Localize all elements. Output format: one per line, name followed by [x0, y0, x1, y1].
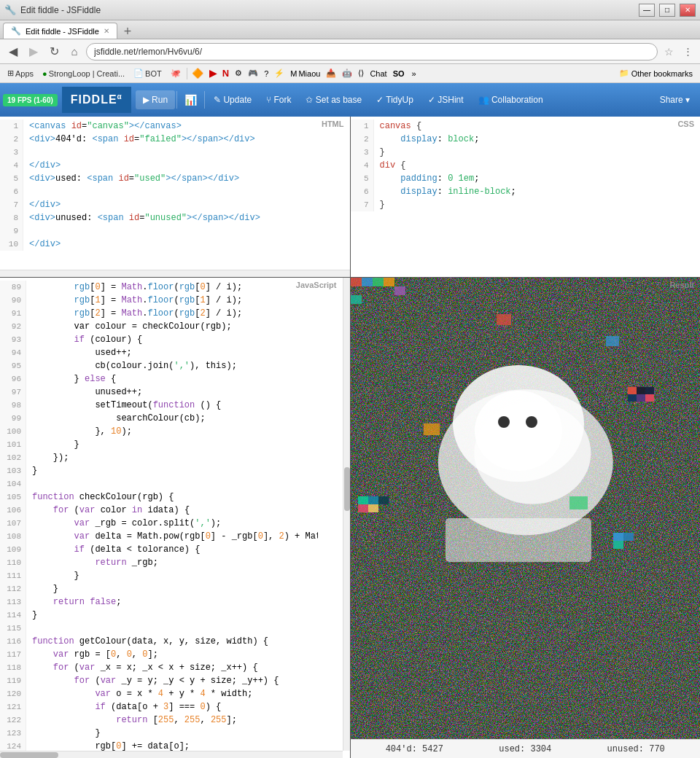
bookmarks-more[interactable]: »	[409, 68, 419, 79]
code-line: 117 var rgb = [0, 0, 0];	[0, 648, 350, 661]
line-code: }	[374, 146, 385, 159]
code-line: 90 rgb[1] = Math.floor(rgb[1] / i);	[0, 294, 350, 307]
line-num: 7	[351, 198, 374, 211]
bookmark-game[interactable]: 🎮	[245, 67, 261, 79]
chart-icon-button[interactable]: 📊	[179, 90, 203, 110]
line-num: 7	[0, 198, 23, 211]
browser-menu-icon[interactable]: ⋮	[680, 44, 696, 60]
js-hscroll-track[interactable]	[0, 751, 343, 758]
code-line: 122 return [255, 255, 255];	[0, 714, 350, 727]
bookmark-so[interactable]: SO	[390, 68, 408, 79]
code-line: 10 </div>	[0, 238, 350, 251]
code-line: 94 used++;	[0, 346, 350, 359]
code-line: 105function checkColour(rgb) {	[0, 491, 350, 504]
tab-bar: 🔧 Edit fiddle - JSFiddle ✕ +	[0, 20, 700, 39]
svg-point-16	[475, 391, 562, 471]
collaboration-button[interactable]: 👥 Collaboration	[471, 90, 551, 109]
svg-rect-24	[645, 387, 654, 394]
bookmark-orange[interactable]: 🔶	[189, 66, 206, 80]
minimize-button[interactable]: —	[639, 4, 655, 17]
home-button[interactable]: ⌂	[66, 43, 83, 60]
jshint-button[interactable]: ✓ JSHint	[421, 90, 471, 109]
code-line: 101 }	[0, 438, 350, 451]
apps-icon: ⊞	[7, 69, 14, 78]
strongloop-icon: ●	[42, 69, 47, 78]
back-button[interactable]: ◀	[4, 43, 22, 60]
code-line: 2 display: block;	[351, 133, 701, 146]
bookmark-netflix[interactable]: N	[219, 66, 232, 80]
bookmark-lightning[interactable]: ⚡	[271, 67, 287, 79]
update-button[interactable]: ✎ Update	[206, 90, 259, 109]
bookmark-github[interactable]: 🐙	[166, 67, 185, 79]
fiddle-logo: FIDDLEα	[62, 87, 131, 112]
tab-close-icon[interactable]: ✕	[104, 27, 109, 35]
bookmark-miaou[interactable]: MMiaou	[287, 68, 323, 79]
browser-window: 🔧 Edit fiddle - JSFiddle — □ ✕ 🔧 Edit fi…	[0, 0, 700, 758]
reload-button[interactable]: ↻	[45, 43, 63, 60]
code-line: 115	[0, 622, 350, 635]
js-hscroll-thumb[interactable]	[0, 752, 58, 758]
toolbar-divider-2	[204, 91, 205, 109]
js-code-content[interactable]: 89 rgb[0] = Math.floor(rgb[0] / i); 90 r…	[0, 278, 350, 758]
share-button[interactable]: Share ▾	[653, 90, 697, 109]
close-button[interactable]: ✕	[680, 4, 696, 17]
code-line: 3 }	[351, 146, 701, 159]
code-line: 111 }	[0, 569, 350, 582]
bookmark-reddit[interactable]: 🤖	[339, 67, 355, 79]
svg-rect-13	[424, 423, 440, 435]
svg-rect-7	[373, 278, 384, 286]
stat-failed: 404'd: 5427	[386, 744, 443, 754]
line-num: 10	[0, 238, 23, 251]
bookmark-steam[interactable]: ⚙	[232, 67, 245, 79]
forward-button[interactable]: ▶	[25, 43, 42, 60]
folder-icon: 📁	[619, 69, 629, 78]
run-button[interactable]: ▶ Run	[136, 90, 175, 109]
code-line: 4 </div>	[0, 159, 350, 172]
line-num: 8	[0, 211, 23, 224]
maximize-button[interactable]: □	[659, 4, 675, 17]
result-panel-label: Result	[669, 281, 694, 289]
code-line: 92 var colour = checkColour(rgb);	[0, 320, 350, 333]
code-line: 103}	[0, 464, 350, 477]
html-code-content[interactable]: 1 <canvas id="canvas"></canvas> 2 <div>4…	[0, 117, 350, 277]
code-line: 93 if (colour) {	[0, 333, 350, 346]
code-line: 102 });	[0, 451, 350, 464]
code-line: 119 for (var _y = y; _y < y + size; _y++…	[0, 674, 350, 687]
bookmark-chat[interactable]: Chat	[367, 68, 389, 79]
code-line: 6	[0, 185, 350, 198]
bookmark-strongloop[interactable]: ● StrongLoop | Creati...	[38, 68, 129, 79]
bookmark-ask[interactable]: ?	[261, 68, 271, 79]
new-tab-button[interactable]: +	[120, 24, 135, 39]
line-code: div {	[374, 159, 406, 172]
svg-rect-29	[368, 496, 378, 504]
css-code-content[interactable]: 1 canvas { 2 display: block; 3 } 4 div {…	[351, 117, 701, 277]
svg-rect-9	[394, 286, 405, 295]
bookmark-pocket[interactable]: 📥	[323, 67, 339, 79]
code-line: 108 var delta = Math.pow(rgb[0] - _rgb[0…	[0, 530, 350, 543]
bookmark-other[interactable]: 📁 Other bookmarks	[615, 67, 697, 79]
js-vscroll-thumb[interactable]	[344, 467, 350, 511]
html-panel: HTML 1 <canvas id="canvas"></canvas> 2 <…	[0, 117, 350, 277]
active-tab[interactable]: 🔧 Edit fiddle - JSFiddle ✕	[3, 23, 117, 39]
url-input[interactable]	[86, 43, 658, 60]
bookmark-apps[interactable]: ⊞ Apps	[3, 67, 38, 79]
svg-rect-27	[645, 394, 654, 402]
line-num: 6	[0, 185, 23, 198]
line-code: </div>	[23, 238, 61, 251]
bookmark-bot[interactable]: 📄 BOT	[129, 67, 166, 79]
css-panel: CSS 1 canvas { 2 display: block; 3 } 4 d…	[351, 117, 701, 277]
result-panel: Result	[351, 278, 701, 758]
bookmark-star-icon[interactable]: ☆	[661, 44, 677, 60]
tidy-up-button[interactable]: ✓ TidyUp	[369, 90, 421, 109]
code-line: 114}	[0, 609, 350, 622]
bookmark-codepen[interactable]: ⟨⟩	[355, 67, 367, 79]
code-line: 5 padding: 0 1em;	[351, 172, 701, 185]
bookmark-play[interactable]: ▶	[206, 66, 219, 80]
set-as-base-button[interactable]: ✩ Set as base	[298, 90, 369, 109]
titlebar: 🔧 Edit fiddle - JSFiddle — □ ✕	[0, 0, 700, 20]
html-panel-label: HTML	[322, 120, 344, 128]
js-vscroll-track[interactable]	[343, 278, 350, 751]
fork-button[interactable]: ⑂ Fork	[259, 90, 298, 109]
html-hscroll[interactable]	[0, 270, 350, 277]
code-line: 3	[0, 146, 350, 159]
